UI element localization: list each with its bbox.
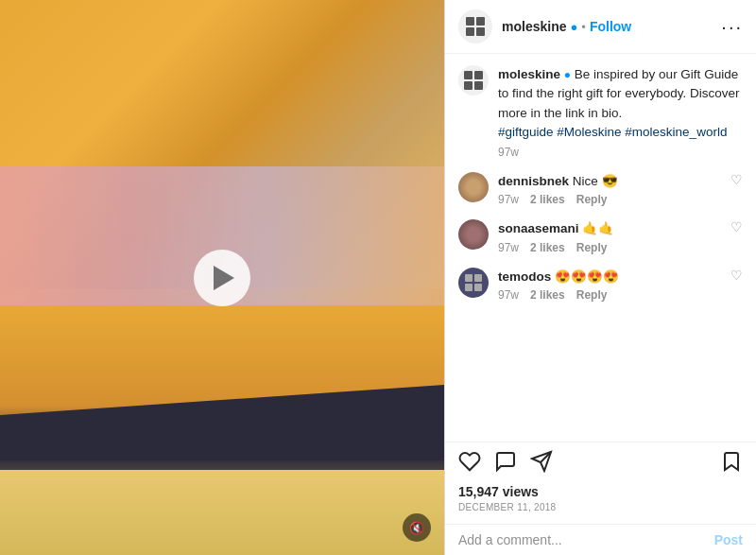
- moleskine-small-logo-icon: [464, 71, 483, 90]
- comment-avatar-sona[interactable]: [458, 219, 489, 250]
- add-comment-row: Post: [445, 524, 756, 555]
- comment-meta-1: 97w 2 likes Reply: [498, 193, 721, 206]
- action-bar: 15,947 views December 11, 2018: [445, 442, 756, 524]
- verified-badge-small-icon: ●: [564, 68, 571, 81]
- comment-heart-2[interactable]: ♡: [730, 219, 743, 234]
- avatar[interactable]: [458, 9, 492, 43]
- comment-text-1: dennisbnek Nice 😎: [498, 172, 721, 191]
- comment-body-2: 🤙🤙: [582, 221, 614, 235]
- header-username[interactable]: moleskine: [502, 19, 566, 34]
- post-comment-button[interactable]: Post: [714, 532, 743, 547]
- comment-row: temodos 😍😍😍😍 97w 2 likes Reply ♡: [458, 268, 743, 302]
- caption-username[interactable]: moleskine: [498, 67, 560, 81]
- play-button[interactable]: [194, 250, 250, 306]
- comment-likes-2: 2 likes: [530, 241, 565, 254]
- comment-heart-3[interactable]: ♡: [730, 268, 743, 283]
- comment-row: sonaasemani 🤙🤙 97w 2 likes Reply ♡: [458, 219, 743, 253]
- follow-button[interactable]: Follow: [590, 19, 631, 34]
- views-count: 15,947 views: [458, 484, 743, 499]
- more-options-button[interactable]: ···: [721, 16, 743, 38]
- comment-meta-3: 97w 2 likes Reply: [498, 288, 721, 302]
- mute-icon: 🔇: [409, 521, 424, 535]
- post-date: December 11, 2018: [458, 502, 743, 512]
- comment-avatar-dennis[interactable]: [458, 172, 489, 202]
- share-button[interactable]: [530, 450, 553, 478]
- like-button[interactable]: [458, 450, 481, 478]
- content-panel: moleskine ● • Follow ··· moleskine: [444, 0, 756, 555]
- caption-avatar[interactable]: [458, 65, 489, 95]
- comment-username-2[interactable]: sonaasemani: [498, 221, 579, 235]
- comment-content-2: sonaasemani 🤙🤙 97w 2 likes Reply: [498, 219, 721, 253]
- video-bottom-tan: [0, 470, 444, 555]
- comments-area: moleskine ● Be inspired by our Gift Guid…: [445, 54, 756, 442]
- comment-likes-3: 2 likes: [530, 288, 565, 302]
- header-dot: •: [581, 20, 586, 34]
- comment-meta-2: 97w 2 likes Reply: [498, 241, 721, 254]
- verified-badge-icon: ●: [570, 20, 577, 34]
- header-username-row: moleskine ● • Follow: [502, 19, 713, 34]
- post-header: moleskine ● • Follow ···: [445, 0, 756, 54]
- comment-heart-1[interactable]: ♡: [730, 172, 743, 187]
- video-panel: 🔇: [0, 0, 444, 555]
- add-comment-input[interactable]: [458, 532, 714, 547]
- caption-hashtags[interactable]: #giftguide #Moleskine #moleskine_world: [498, 125, 727, 139]
- comment-content-1: dennisbnek Nice 😎 97w 2 likes Reply: [498, 172, 721, 206]
- comment-time-2: 97w: [498, 241, 519, 254]
- comment-row: dennisbnek Nice 😎 97w 2 likes Reply ♡: [458, 172, 743, 206]
- bookmark-button[interactable]: [720, 450, 743, 478]
- comment-text-2: sonaasemani 🤙🤙: [498, 219, 721, 238]
- caption-body: moleskine ● Be inspired by our Gift Guid…: [498, 65, 743, 159]
- action-icons: [458, 450, 743, 478]
- comment-avatar-temodos[interactable]: [458, 268, 489, 298]
- comment-reply-1[interactable]: Reply: [576, 193, 608, 206]
- header-info: moleskine ● • Follow: [502, 19, 713, 34]
- comment-time-1: 97w: [498, 193, 519, 206]
- moleskine-logo-icon: [466, 17, 485, 36]
- caption-time: 97w: [498, 146, 743, 159]
- comment-time-3: 97w: [498, 288, 519, 302]
- comment-username-1[interactable]: dennisbnek: [498, 174, 569, 188]
- comment-username-3[interactable]: temodos: [498, 269, 551, 284]
- comment-likes-1: 2 likes: [530, 193, 565, 206]
- comment-content-3: temodos 😍😍😍😍 97w 2 likes Reply: [498, 268, 721, 302]
- comment-button[interactable]: [494, 450, 517, 478]
- mute-button[interactable]: 🔇: [403, 513, 431, 542]
- comment-body-1: Nice 😎: [573, 174, 618, 188]
- comment-reply-2[interactable]: Reply: [576, 241, 608, 254]
- caption-text: moleskine ● Be inspired by our Gift Guid…: [498, 65, 743, 142]
- comment-text-3: temodos 😍😍😍😍: [498, 268, 721, 286]
- play-triangle-icon: [214, 266, 234, 290]
- comment-body-3: 😍😍😍😍: [555, 269, 619, 284]
- comment-reply-3[interactable]: Reply: [576, 288, 608, 302]
- post-caption: moleskine ● Be inspired by our Gift Guid…: [458, 65, 743, 159]
